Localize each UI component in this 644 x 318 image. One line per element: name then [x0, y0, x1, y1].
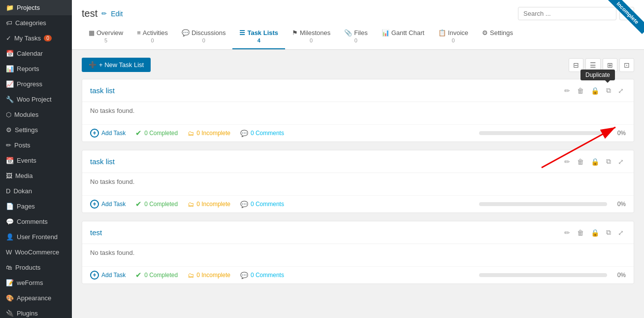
no-tasks-msg-2: No tasks found. [90, 178, 626, 185]
sidebar: 📁Projects🏷Categories✓My Tasks0📅Calendar📊… [0, 0, 72, 318]
expand-button[interactable]: ⊡ [619, 58, 634, 72]
new-task-list-button[interactable]: ➕ + New Task List [82, 58, 151, 72]
add-task-icon-2: + [90, 200, 99, 209]
lock-icon-2: 🔒 [591, 158, 599, 166]
edit-task-list-btn-1[interactable]: ✏ [562, 86, 572, 96]
tab-task-lists[interactable]: ☰ Task Lists 4 [232, 25, 285, 49]
sidebar-item-categories[interactable]: 🏷Categories [0, 15, 72, 31]
sidebar-item-user-frontend[interactable]: 👤User Frontend [0, 229, 72, 245]
status-ribbon: Incomplete [605, 0, 644, 39]
tab-settings-tab[interactable]: ⚙ Settings [475, 25, 520, 49]
tab-activities[interactable]: ≡ Activities 0 [130, 25, 175, 49]
sidebar-item-projects[interactable]: 📁Projects [0, 0, 72, 15]
page-title-area: test ✏ Edit [82, 8, 123, 19]
delete-task-list-btn-3[interactable]: 🗑 [575, 228, 586, 238]
sidebar-item-calendar[interactable]: 📅Calendar [0, 46, 72, 61]
duplicate-icon-2: ⧉ [606, 157, 611, 165]
sidebar-item-dokan[interactable]: DDokan [0, 183, 72, 199]
lock-task-list-btn-2[interactable]: 🔒 [589, 157, 601, 167]
edit-task-list-btn-2[interactable]: ✏ [562, 157, 572, 167]
sidebar-item-comments[interactable]: 💬Comments [0, 214, 72, 229]
completed-count-1: ✔ 0 Completed [135, 129, 178, 138]
tab-gantt-chart[interactable]: 📊 Gantt Chart [375, 25, 431, 49]
sidebar-item-pages[interactable]: 📄Pages [0, 199, 72, 214]
progress-pct-1: 0% [611, 130, 626, 137]
task-list-card-3: test ✏ 🗑 🔒 ⧉ ⤢ [82, 221, 634, 284]
lock-task-list-btn-3[interactable]: 🔒 [589, 228, 601, 238]
duplicate-task-list-btn-1[interactable]: Duplicate ⧉ [604, 85, 613, 96]
pencil-icon: ✏ [101, 10, 107, 17]
check-icon-3: ✔ [135, 271, 142, 280]
move-task-list-btn-3[interactable]: ⤢ [616, 228, 626, 238]
move-icon-3: ⤢ [618, 229, 624, 237]
incomplete-icon-3: 🗂 [188, 272, 194, 279]
sidebar-item-posts[interactable]: ✏Posts [0, 138, 72, 153]
task-list-body-3: No tasks found. [82, 244, 634, 266]
edit-link[interactable]: Edit [111, 10, 123, 18]
sidebar-item-woocommerce[interactable]: WWooCommerce [0, 245, 72, 260]
content-area: ➕ + New Task List ⊟ ☰ ⊞ ⊡ [72, 50, 644, 318]
task-list-header-2: task list ✏ 🗑 🔒 ⧉ [82, 150, 634, 173]
discussions-tab-icon: 💬 [182, 29, 190, 36]
task-list-footer-2: + Add Task ✔ 0 Completed 🗂 0 Incomplete … [82, 195, 634, 212]
filter-icon: ⊟ [573, 61, 579, 69]
no-tasks-msg-1: No tasks found. [90, 107, 626, 114]
move-task-list-btn-2[interactable]: ⤢ [616, 157, 626, 167]
sidebar-item-settings[interactable]: ⚙Settings [0, 122, 72, 138]
tab-files[interactable]: 📎 Files 0 [337, 25, 374, 49]
sidebar-item-progress[interactable]: 📈Progress [0, 76, 72, 92]
tab-milestones[interactable]: ⚑ Milestones 0 [285, 25, 337, 49]
expand-icon: ⊡ [624, 61, 630, 69]
add-task-btn-2[interactable]: + Add Task [90, 200, 126, 209]
task-list-footer-1: + Add Task ✔ 0 Completed 🗂 0 Incomplete … [82, 124, 634, 141]
tab-discussions[interactable]: 💬 Discussions 0 [175, 25, 232, 49]
duplicate-icon-1: ⧉ [606, 86, 611, 94]
incomplete-icon-2: 🗂 [188, 201, 194, 208]
pencil-icon-2: ✏ [564, 158, 570, 166]
sidebar-item-weforms[interactable]: 📝weForms [0, 275, 72, 290]
sidebar-item-modules[interactable]: ⬡Modules [0, 107, 72, 122]
edit-task-list-btn-3[interactable]: ✏ [562, 228, 572, 238]
page-header: test ✏ Edit ⚙ Incomplete ▦ Overview 5 [72, 0, 644, 50]
plus-icon: ➕ [89, 61, 97, 69]
products-icon: 🛍 [6, 264, 12, 271]
search-input[interactable] [518, 7, 616, 20]
delete-task-list-btn-2[interactable]: 🗑 [575, 157, 586, 167]
add-task-btn-3[interactable]: + Add Task [90, 271, 126, 280]
task-list-title-3[interactable]: test [90, 228, 102, 237]
duplicate-icon-3: ⧉ [606, 228, 611, 236]
sidebar-item-products[interactable]: 🛍Products [0, 260, 72, 275]
sidebar-item-woo-project[interactable]: 🔧Woo Project [0, 92, 72, 107]
add-task-icon-3: + [90, 271, 99, 280]
add-task-btn-1[interactable]: + Add Task [90, 129, 126, 138]
sidebar-item-events[interactable]: 📆Events [0, 153, 72, 168]
task-list-header-1: task list ✏ 🗑 🔒 Duplicate ⧉ [82, 79, 634, 102]
task-list-header-3: test ✏ 🗑 🔒 ⧉ ⤢ [82, 221, 634, 244]
tab-overview[interactable]: ▦ Overview 5 [82, 25, 130, 49]
progress-area-3: 0% [479, 272, 626, 279]
duplicate-task-list-btn-2[interactable]: ⧉ [604, 156, 613, 167]
activities-tab-icon: ≡ [137, 29, 141, 36]
sidebar-item-appearance[interactable]: 🎨Appearance [0, 290, 72, 306]
duplicate-task-list-btn-3[interactable]: ⧉ [604, 227, 613, 238]
progress-pct-2: 0% [611, 201, 626, 208]
woocommerce-icon: W [6, 248, 12, 256]
sidebar-item-media[interactable]: 🖼Media [0, 168, 72, 183]
delete-task-list-btn-1[interactable]: 🗑 [575, 86, 586, 96]
task-list-title-2[interactable]: task list [90, 157, 115, 166]
add-task-icon-1: + [90, 129, 99, 138]
grid-view-icon: ⊞ [607, 61, 613, 69]
task-list-title-1[interactable]: task list [90, 86, 115, 95]
lock-task-list-btn-1[interactable]: 🔒 [589, 86, 601, 96]
task-list-actions-3: ✏ 🗑 🔒 ⧉ ⤢ [562, 227, 626, 238]
comment-icon-3: 💬 [240, 272, 248, 279]
tab-invoice[interactable]: 📋 Invoice 0 [431, 25, 475, 49]
appearance-icon: 🎨 [6, 294, 14, 302]
move-task-list-btn-1[interactable]: ⤢ [616, 86, 626, 96]
sidebar-item-reports[interactable]: 📊Reports [0, 61, 72, 76]
milestones-tab-icon: ⚑ [292, 29, 298, 36]
sidebar-item-plugins[interactable]: 🔌Plugins [0, 306, 72, 318]
trash-icon-3: 🗑 [577, 229, 584, 237]
sidebar-item-my-tasks[interactable]: ✓My Tasks0 [0, 31, 72, 46]
task-lists-container: task list ✏ 🗑 🔒 Duplicate ⧉ [82, 79, 634, 284]
